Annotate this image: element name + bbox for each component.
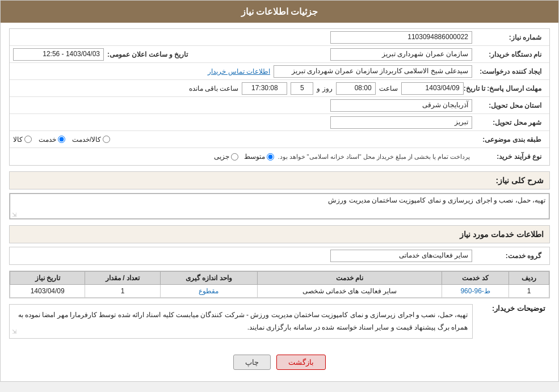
purchase-type-label-1: جزیی (214, 153, 229, 161)
city-row: شهر محل تحویل: تبریز (10, 114, 549, 131)
category-radio-1[interactable] (24, 136, 32, 143)
service-group-row: گروه خدمت: سایر فعالیت‌های خدماتی (10, 247, 549, 264)
announce-datetime-value: 1403/04/03 - 12:56 (13, 48, 104, 61)
category-option-2: خدمت (39, 136, 65, 144)
general-description-section-title: شرح کلی نیاز: (9, 171, 550, 189)
general-description-value: تهیه، حمل، نصب و اجرای زیرسازی و نمای کا… (10, 193, 549, 219)
services-section-label: اطلاعات خدمات مورد نیاز (460, 230, 544, 239)
services-table: ردیف کد خدمت نام خدمت واحد اندازه گیری ت… (10, 271, 549, 298)
service-group-section: گروه خدمت: سایر فعالیت‌های خدماتی (9, 247, 550, 265)
table-cell-5: 1403/04/09 (10, 285, 85, 298)
buyer-description-label: توضیحات خریدار: (476, 304, 550, 313)
need-number-value-cell: 1103094886000022 (13, 31, 472, 44)
category-label-2: خدمت (39, 136, 56, 144)
need-number-value: 1103094886000022 (330, 31, 472, 44)
reply-day-label: روز و (317, 85, 332, 92)
table-cell-4: 1 (85, 285, 160, 298)
announce-datetime-label: تاریخ و ساعت اعلان عمومی: (107, 50, 192, 58)
reply-time-label: ساعت (379, 85, 398, 92)
creator-cell: سیدعلی شیخ الاسلامی کاربرداز سازمان عمرا… (13, 65, 472, 78)
purchase-type-option-2: متوسط (244, 153, 274, 161)
purchase-type-label-2: متوسط (244, 153, 265, 161)
reply-date-value: 1403/04/09 (401, 82, 464, 95)
purchase-type-radio-1[interactable] (231, 153, 238, 161)
creator-row: ایجاد کننده درخواست: سیدعلی شیخ الاسلامی… (10, 63, 549, 80)
buyer-description-row: توضیحات خریدار: تهیه، حمل، نصب و اجرای ز… (9, 304, 550, 344)
category-label-3: کالا/خدمت (72, 136, 101, 144)
city-label: شهر محل تحویل: (472, 119, 546, 127)
buyer-org-label: نام دستگاه خریدار: (472, 50, 546, 58)
purchase-type-notice: پرداخت تمام یا بخشی از مبلغ خریداز محل "… (278, 153, 470, 161)
category-radio-2[interactable] (58, 136, 65, 143)
contact-link[interactable]: اطلاعات تماس خریدار (208, 68, 270, 75)
category-option-1: کالا (13, 136, 32, 144)
purchase-type-radio-2[interactable] (267, 153, 274, 161)
creator-value: سیدعلی شیخ الاسلامی کاربرداز سازمان عمرا… (274, 65, 472, 78)
category-option-3: کالا/خدمت (72, 136, 110, 144)
service-group-label: گروه خدمت: (472, 252, 546, 260)
table-row: 1ط-96-960سایر فعالیت های خدماتی شخصیمقطو… (10, 285, 549, 298)
province-label: استان محل تحویل: (472, 102, 546, 109)
category-cell: کالا/خدمت خدمت کالا (13, 136, 472, 144)
buyer-announce-row: نام دستگاه خریدار: سازمان عمران شهرداری … (10, 46, 549, 63)
button-row: بازگشت چاپ (9, 349, 550, 376)
province-value: آذربایجان شرقی (330, 99, 472, 112)
col-row-num: ردیف (509, 272, 549, 285)
table-cell-3: مقطوع (160, 285, 257, 298)
buyer-org-cell: سازمان عمران شهرداری تبریز تاریخ و ساعت … (13, 48, 472, 61)
reply-days-value: 5 (291, 82, 313, 95)
buyer-org-value: سازمان عمران شهرداری تبریز (330, 48, 472, 61)
purchase-type-option-1: جزیی (214, 153, 238, 161)
print-button[interactable]: چاپ (233, 355, 271, 370)
col-unit: واحد اندازه گیری (160, 272, 257, 285)
back-button[interactable]: بازگشت (276, 355, 326, 370)
table-header-row: ردیف کد خدمت نام خدمت واحد اندازه گیری ت… (10, 272, 549, 285)
purchase-type-cell: پرداخت تمام یا بخشی از مبلغ خریداز محل "… (13, 153, 472, 161)
province-cell: آذربایجان شرقی (13, 99, 472, 112)
services-table-section: ردیف کد خدمت نام خدمت واحد اندازه گیری ت… (9, 271, 550, 298)
category-label: طبقه بندی موضوعی: (472, 136, 546, 144)
col-service-code: کد خدمت (442, 272, 508, 285)
reply-time-value: 08:00 (336, 82, 376, 95)
general-description-box: تهیه، حمل، نصب و اجرای زیرسازی و نمای کا… (9, 193, 550, 220)
need-number-row: شماره نیاز: 1103094886000022 (10, 29, 549, 46)
city-value: تبریز (330, 116, 472, 129)
reply-remaining-value: 17:30:08 (242, 82, 287, 95)
purchase-type-row: نوع فرآیند خرید: پرداخت تمام یا بخشی از … (10, 148, 549, 165)
reply-deadline-label: مهلت ارسال پاسخ: تا تاریخ: (464, 85, 546, 92)
main-form-section: شماره نیاز: 1103094886000022 نام دستگاه … (9, 28, 550, 166)
purchase-type-label: نوع فرآیند خرید: (472, 153, 546, 161)
category-radio-3[interactable] (103, 136, 110, 143)
category-row: طبقه بندی موضوعی: کالا/خدمت خدمت (10, 131, 549, 148)
page-header: جزئیات اطلاعات نیاز (1, 1, 558, 23)
general-description-label: شرح کلی نیاز: (496, 176, 544, 185)
reply-deadline-cell: 1403/04/09 ساعت 08:00 روز و 5 17:30:08 س… (13, 82, 464, 95)
services-section-title: اطلاعات خدمات مورد نیاز (9, 225, 550, 243)
page-wrapper: جزئیات اطلاعات نیاز شماره نیاز: 11030948… (0, 0, 559, 382)
category-label-1: کالا (13, 136, 23, 144)
resize-handle: ⇲ (12, 212, 16, 218)
service-group-value: سایر فعالیت‌های خدماتی (330, 250, 472, 262)
province-row: استان محل تحویل: آذربایجان شرقی (10, 97, 549, 114)
resize-handle-2: ⇲ (12, 327, 16, 337)
buyer-description-value: تهیه، حمل، نصب و اجرای زیرسازی و نمای کا… (18, 311, 468, 331)
col-date: تاریخ نیاز (10, 272, 85, 285)
page-title: جزئیات اطلاعات نیاز (241, 7, 318, 16)
col-quantity: تعداد / مقدار (85, 272, 160, 285)
table-cell-1: ط-96-960 (442, 285, 508, 298)
col-service-name: نام خدمت (258, 272, 442, 285)
creator-label: ایجاد کننده درخواست: (472, 68, 546, 75)
need-number-label: شماره نیاز: (472, 33, 546, 41)
reply-deadline-row: مهلت ارسال پاسخ: تا تاریخ: 1403/04/09 سا… (10, 80, 549, 97)
buyer-description-box: تهیه، حمل، نصب و اجرای زیرسازی و نمای کا… (9, 304, 473, 339)
main-content: شماره نیاز: 1103094886000022 نام دستگاه … (1, 23, 558, 381)
service-group-cell: سایر فعالیت‌های خدماتی (13, 250, 472, 262)
city-cell: تبریز (13, 116, 472, 129)
table-cell-0: 1 (509, 285, 549, 298)
reply-remaining-label: ساعت باقی مانده (189, 85, 239, 92)
table-cell-2: سایر فعالیت های خدماتی شخصی (258, 285, 442, 298)
